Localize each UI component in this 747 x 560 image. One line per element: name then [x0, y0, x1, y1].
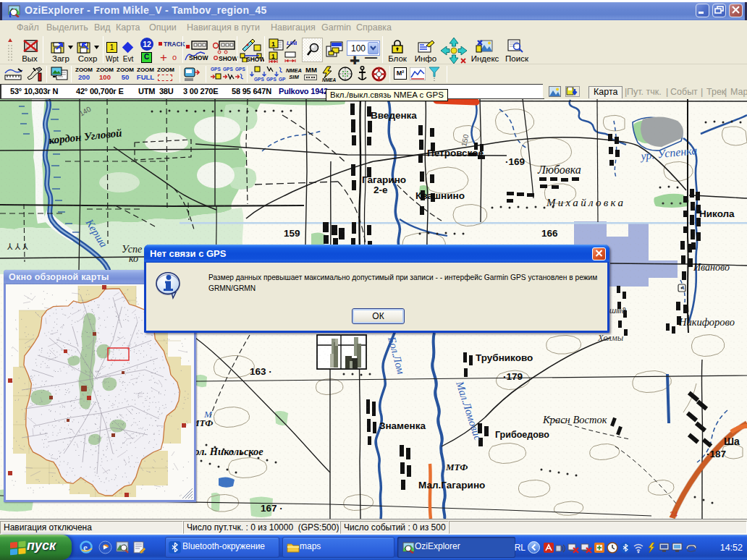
svg-text:SHOW: SHOW — [189, 54, 208, 61]
svg-text:GPS: GPS — [223, 67, 233, 72]
svg-text:LINE: LINE — [287, 40, 297, 46]
svg-text:NMEA: NMEA — [322, 77, 336, 82]
svg-text:SHOW: SHOW — [219, 55, 238, 62]
svg-text:e: e — [83, 542, 88, 553]
svg-text:GPS: GPS — [235, 67, 245, 72]
svg-text:1: 1 — [271, 41, 275, 48]
svg-text:GPS: GPS — [211, 67, 221, 72]
svg-text:GPS: GPS — [266, 77, 277, 82]
svg-text:SHOW: SHOW — [246, 56, 264, 62]
svg-text:GPS: GPS — [254, 77, 264, 82]
svg-text:1: 1 — [271, 53, 275, 60]
